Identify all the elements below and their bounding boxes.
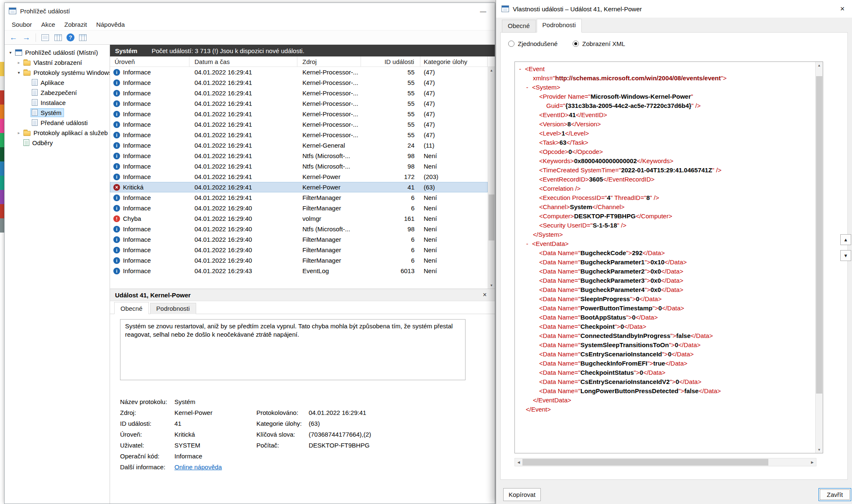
column-header-event-id[interactable]: ID události [361, 56, 420, 67]
event-description[interactable]: Systém se znovu restartoval, aniž by se … [120, 319, 466, 380]
copy-button[interactable]: Kopírovat [503, 488, 541, 501]
level-label: Informace [123, 142, 151, 149]
dialog-close-button[interactable]: × [833, 0, 852, 18]
scroll-left-icon[interactable]: ◀ [515, 458, 522, 466]
collapse-toggle-icon[interactable]: - [526, 239, 532, 248]
table-row[interactable]: Informace04.01.2022 16:29:41Kernel-Proce… [110, 109, 488, 119]
minimize-button[interactable]: — [474, 3, 492, 19]
xml-markup: "> [721, 74, 727, 82]
xml-markup: <Data Name=" [539, 378, 581, 385]
previous-event-button[interactable]: ▲ [840, 234, 851, 245]
dialog-titlebar[interactable]: Vlastnosti události – Událost 41, Kernel… [496, 0, 852, 18]
table-row[interactable]: Informace04.01.2022 16:29:41Kernel-Gener… [110, 140, 488, 151]
expander-closed-icon[interactable]: ▸ [15, 130, 22, 135]
scroll-up-icon[interactable]: ▲ [816, 62, 823, 69]
xml-markup: </Data> [642, 249, 665, 256]
preview-close-icon[interactable]: × [480, 291, 490, 299]
date-cell: 04.01.2022 16:29:41 [189, 79, 297, 86]
scrollbar-thumb[interactable] [522, 459, 768, 466]
scrollbar-track[interactable] [522, 458, 809, 466]
xml-markup: "> [645, 268, 650, 275]
tree-item-zabezpeceni[interactable]: Zabezpečení [5, 87, 110, 97]
expander-open-icon[interactable]: ▾ [15, 70, 22, 75]
xml-markup: </Data> [665, 258, 687, 266]
expander-closed-icon[interactable]: ▸ [15, 60, 22, 65]
table-vertical-scrollbar[interactable]: ▲ ▼ [488, 67, 495, 289]
detail-row: Zdroj:Kernel-PowerProtokolováno:04.01.20… [120, 407, 495, 418]
expander-open-icon[interactable]: ▾ [7, 50, 14, 55]
table-row[interactable]: Informace04.01.2022 16:29:40FilterManage… [110, 245, 488, 255]
table-row[interactable]: Kritická04.01.2022 16:29:41Kernel-Power4… [110, 182, 488, 192]
online-help-link[interactable]: Online nápověda [174, 463, 256, 471]
table-row[interactable]: Informace04.01.2022 16:29:43EventLog6013… [110, 266, 488, 276]
column-header-source[interactable]: Zdroj [297, 56, 361, 67]
table-row[interactable]: Informace04.01.2022 16:29:40FilterManage… [110, 203, 488, 213]
table-row[interactable]: Informace04.01.2022 16:29:41Kernel-Power… [110, 171, 488, 182]
dialog-tab-obecne[interactable]: Obecné [502, 20, 536, 33]
column-header-date[interactable]: Datum a čas [189, 56, 297, 67]
table-row[interactable]: Informace04.01.2022 16:29:41Kernel-Proce… [110, 67, 488, 77]
event-id-cell: 55 [361, 79, 420, 86]
table-row[interactable]: Informace04.01.2022 16:29:40FilterManage… [110, 234, 488, 245]
column-header-level[interactable]: Úroveň [110, 56, 189, 67]
menu-item-zobrazit[interactable]: Zobrazit [60, 19, 92, 30]
table-row[interactable]: Informace04.01.2022 16:29:41Kernel-Proce… [110, 130, 488, 140]
edge-color-block [0, 105, 4, 119]
scrollbar-thumb[interactable] [816, 76, 822, 394]
tree-item-instalace[interactable]: Instalace [5, 97, 110, 107]
menu-item-napoveda[interactable]: Nápověda [92, 19, 129, 30]
scrollbar-track[interactable] [816, 69, 823, 446]
next-event-button[interactable]: ▼ [840, 250, 851, 261]
tree-item-predane-udalosti[interactable]: Předané události [5, 118, 110, 128]
table-row[interactable]: Informace04.01.2022 16:29:41Kernel-Proce… [110, 119, 488, 130]
xml-horizontal-scrollbar[interactable]: ◀ ▶ [514, 458, 816, 466]
collapse-toggle-icon[interactable]: - [519, 64, 525, 74]
table-row[interactable]: Informace04.01.2022 16:29:40FilterManage… [110, 255, 488, 266]
radio-simplified[interactable] [508, 41, 514, 47]
scroll-right-icon[interactable]: ▶ [809, 458, 816, 466]
close-button[interactable]: Zavřít [819, 488, 851, 501]
xml-vertical-scrollbar[interactable]: ▲ ▼ [815, 62, 823, 453]
forward-icon[interactable]: → [22, 33, 31, 42]
dialog-tab-podrobnosti[interactable]: Podrobnosti [537, 19, 582, 33]
scroll-up-icon[interactable]: ▲ [488, 67, 495, 74]
xml-value: BugcheckParameter4 [581, 286, 645, 293]
tree-item-vlastni-zobrazeni[interactable]: ▸Vlastní zobrazení [5, 57, 110, 67]
export-icon[interactable] [41, 34, 49, 41]
properties-icon[interactable] [54, 34, 62, 41]
tree-item-protokoly-systemu-windows[interactable]: ▾Protokoly systému Windows [5, 67, 110, 77]
task-category-cell: (47) [420, 121, 488, 128]
back-icon[interactable]: ← [9, 33, 18, 42]
scrollbar-track[interactable] [488, 74, 495, 282]
menu-item-soubor[interactable]: Soubor [7, 19, 36, 30]
tree-item-prohlizec-udalosti-mistni[interactable]: ▾Prohlížeč událostí (Místní) [5, 47, 110, 57]
xml-view[interactable]: -<Eventxmlns="http://schemas.microsoft.c… [514, 61, 823, 453]
table-row[interactable]: Informace04.01.2022 16:29:41Kernel-Proce… [110, 98, 488, 109]
xml-markup: <EventRecordID> [539, 176, 589, 183]
column-header-task-category[interactable]: Kategorie úlohy [420, 56, 488, 67]
tree-item-protokoly-aplikaci-a-sluzeb[interactable]: ▸Protokoly aplikací a služeb [5, 128, 110, 138]
table-row[interactable]: Informace04.01.2022 16:29:41Kernel-Proce… [110, 88, 488, 98]
help-icon[interactable]: ? [67, 33, 74, 41]
table-row[interactable]: Informace04.01.2022 16:29:41Kernel-Proce… [110, 77, 488, 88]
scroll-down-icon[interactable]: ▼ [816, 446, 823, 453]
table-row[interactable]: Informace04.01.2022 16:29:40Ntfs (Micros… [110, 224, 488, 234]
table-row[interactable]: Chyba04.01.2022 16:29:40volmgr161Není [110, 213, 488, 224]
tab-obecne[interactable]: Obecné [114, 302, 149, 314]
radio-xml-view[interactable] [573, 41, 579, 47]
tree-item-system[interactable]: Systém [5, 107, 110, 118]
date-cell: 04.01.2022 16:29:41 [189, 152, 297, 159]
event-viewer-titlebar[interactable]: Prohlížeč událostí — [5, 3, 495, 19]
table-row[interactable]: Informace04.01.2022 16:29:41FilterManage… [110, 192, 488, 203]
scroll-down-icon[interactable]: ▼ [488, 282, 495, 289]
table-row[interactable]: Informace04.01.2022 16:29:41Ntfs (Micros… [110, 161, 488, 171]
collapse-toggle-icon[interactable]: - [526, 83, 532, 92]
menu-item-akce[interactable]: Akce [36, 19, 59, 30]
scrollbar-thumb[interactable] [489, 194, 494, 240]
tab-podrobnosti[interactable]: Podrobnosti [150, 303, 196, 314]
action-pane-icon[interactable] [79, 34, 87, 41]
tree-item-odbery[interactable]: Odběry [5, 138, 110, 148]
xml-markup: xmlns=" [533, 74, 555, 82]
tree-item-aplikace[interactable]: Aplikace [5, 77, 110, 87]
table-row[interactable]: Informace04.01.2022 16:29:41Ntfs (Micros… [110, 151, 488, 161]
